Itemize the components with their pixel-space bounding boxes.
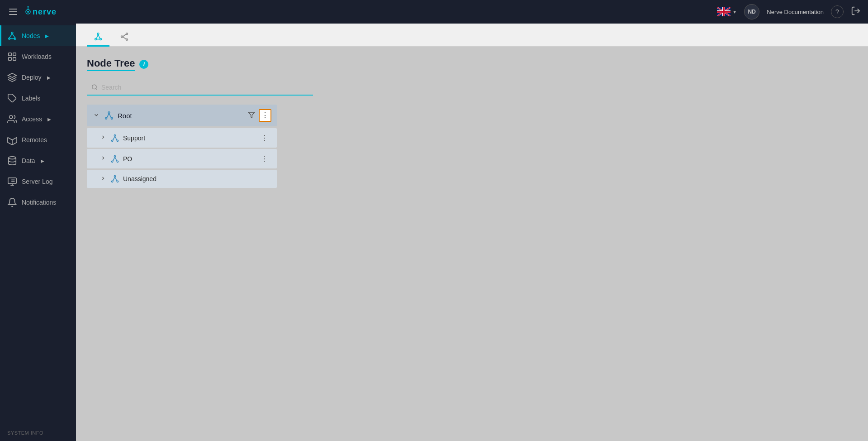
- svg-line-52: [115, 136, 117, 139]
- workloads-label: Workloads: [22, 53, 52, 60]
- logout-button[interactable]: [851, 6, 861, 18]
- access-label: Access: [22, 115, 42, 123]
- access-arrow: ▶: [47, 117, 51, 122]
- sidebar-item-notifications[interactable]: Notifications: [0, 192, 76, 213]
- root-row: Root ⋮: [87, 105, 277, 126]
- svg-point-37: [126, 39, 128, 41]
- data-arrow: ▶: [41, 158, 44, 163]
- sidebar-item-deploy[interactable]: Deploy ▶: [0, 67, 76, 88]
- support-kebab-button[interactable]: ⋮: [258, 133, 271, 143]
- avatar[interactable]: ND: [744, 4, 759, 19]
- help-button[interactable]: ?: [831, 5, 844, 18]
- nodes-icon: [7, 31, 17, 41]
- svg-point-15: [11, 32, 13, 34]
- search-icon: [91, 84, 98, 92]
- svg-rect-28: [8, 178, 16, 184]
- svg-line-51: [113, 136, 115, 139]
- data-label: Data: [22, 157, 35, 164]
- user-name[interactable]: Nerve Documentation: [767, 9, 824, 15]
- access-icon: [7, 114, 17, 124]
- avatar-initials: ND: [748, 9, 756, 15]
- svg-point-53: [114, 155, 115, 157]
- unassigned-label: Unassigned: [123, 175, 271, 182]
- logout-icon: [851, 6, 861, 16]
- deploy-label: Deploy: [22, 74, 42, 81]
- support-expand-button[interactable]: [100, 134, 107, 142]
- sidebar-item-access[interactable]: Access ▶: [0, 109, 76, 129]
- svg-line-62: [115, 177, 117, 181]
- svg-point-3: [28, 6, 29, 8]
- workloads-icon: [7, 52, 17, 62]
- data-icon: [7, 156, 17, 166]
- tree-row: PO ⋮: [87, 149, 277, 168]
- unassigned-expand-button[interactable]: [100, 175, 107, 183]
- svg-point-55: [117, 161, 118, 162]
- po-kebab-button[interactable]: ⋮: [258, 153, 271, 164]
- second-tab-icon: [119, 32, 129, 42]
- svg-text:nerve: nerve: [33, 7, 57, 16]
- sidebar-item-nodes[interactable]: Nodes ▶: [0, 25, 76, 46]
- hamburger-button[interactable]: [7, 7, 19, 17]
- po-label: PO: [123, 155, 255, 163]
- po-node-icon: [110, 154, 119, 163]
- info-icon[interactable]: i: [139, 60, 148, 69]
- info-symbol: i: [143, 61, 145, 67]
- svg-point-27: [9, 157, 16, 159]
- labels-label: Labels: [22, 95, 40, 102]
- search-container: [87, 80, 313, 96]
- po-expand-button[interactable]: [100, 154, 107, 163]
- svg-line-38: [123, 34, 126, 37]
- content-area: Node Tree i: [76, 24, 868, 441]
- topbar-right: ▼ ND Nerve Documentation ?: [717, 4, 861, 19]
- svg-marker-47: [248, 112, 254, 118]
- root-node-icon: [104, 110, 114, 120]
- sidebar-item-remotes[interactable]: Remotes: [0, 129, 76, 150]
- svg-line-18: [9, 34, 12, 38]
- system-info-label: SYSTEM INFO: [7, 430, 43, 436]
- svg-point-44: [111, 118, 113, 120]
- svg-point-60: [117, 181, 118, 182]
- search-input[interactable]: [87, 80, 313, 96]
- sidebar-item-labels[interactable]: Labels: [0, 88, 76, 109]
- children-container: Support ⋮: [87, 128, 277, 188]
- labels-icon: [7, 93, 17, 103]
- svg-point-59: [112, 181, 113, 182]
- svg-line-45: [107, 113, 109, 117]
- tab-second[interactable]: [113, 27, 136, 47]
- svg-point-26: [9, 115, 13, 119]
- kebab-dots: ⋮: [261, 112, 269, 119]
- language-selector[interactable]: ▼: [717, 7, 737, 16]
- svg-point-42: [108, 112, 110, 114]
- topbar-left: nerve: [7, 5, 61, 18]
- svg-rect-21: [9, 53, 11, 56]
- page-title-row: Node Tree i: [87, 58, 857, 71]
- tab-node-tree[interactable]: [87, 27, 109, 47]
- svg-line-39: [123, 37, 126, 39]
- help-icon: ?: [835, 8, 839, 15]
- svg-rect-13: [717, 11, 730, 13]
- sidebar-item-workloads[interactable]: Workloads: [0, 46, 76, 67]
- nodes-arrow: ▶: [45, 34, 49, 38]
- root-kebab-button[interactable]: ⋮: [259, 109, 271, 122]
- language-chevron: ▼: [732, 10, 737, 14]
- support-label: Support: [123, 134, 255, 142]
- svg-line-32: [96, 34, 98, 38]
- svg-line-56: [113, 157, 115, 160]
- logo: nerve: [24, 5, 61, 18]
- main-layout: Nodes ▶ Workloads Deploy ▶: [0, 24, 868, 441]
- remotes-label: Remotes: [22, 136, 47, 144]
- root-collapse-button[interactable]: [92, 111, 100, 120]
- sidebar-item-server-log[interactable]: Server Log: [0, 171, 76, 192]
- svg-rect-23: [9, 58, 11, 60]
- filter-icon[interactable]: [248, 111, 255, 120]
- svg-line-57: [115, 157, 117, 160]
- sidebar-footer[interactable]: SYSTEM INFO: [0, 425, 76, 441]
- topbar: nerve ▼ ND Nerve Documentation ?: [0, 0, 868, 24]
- svg-point-29: [97, 33, 99, 35]
- svg-line-61: [113, 177, 115, 181]
- nodes-label: Nodes: [22, 32, 40, 39]
- sidebar: Nodes ▶ Workloads Deploy ▶: [0, 24, 76, 441]
- sidebar-item-data[interactable]: Data ▶: [0, 150, 76, 171]
- svg-rect-24: [13, 58, 16, 60]
- svg-point-31: [100, 38, 102, 40]
